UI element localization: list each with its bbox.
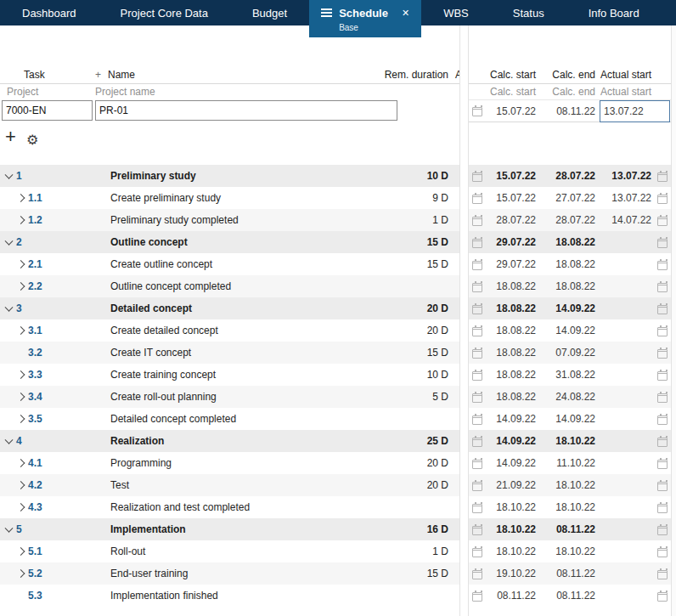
close-icon[interactable]: ✕ [402,8,409,19]
calendar-icon[interactable] [657,415,668,425]
project-calc-end[interactable]: 08.11.22 [540,105,600,117]
task-row[interactable]: 2.1Create outline concept15 D29.07.2218.… [0,253,676,275]
col-header-actual-start[interactable]: Actual start [600,69,657,81]
calendar-icon[interactable] [657,393,668,403]
project-calc-start[interactable]: 15.07.22 [484,105,540,117]
calendar-icon[interactable] [657,217,668,226]
add-column-icon[interactable]: + [95,69,101,81]
task-row[interactable]: 1.2Preliminary study completed1 D28.07.2… [0,209,676,231]
pane-splitter[interactable] [459,25,469,616]
chevron-right-icon[interactable] [17,260,25,268]
calendar-icon[interactable] [472,592,482,602]
calendar-icon[interactable] [472,349,482,359]
chevron-right-icon[interactable] [17,547,25,556]
vertical-scrollbar[interactable] [671,25,676,616]
calendar-icon[interactable] [472,327,482,336]
calendar-icon[interactable] [472,393,482,403]
chevron-right-icon[interactable] [17,481,25,489]
tab-dashboard[interactable]: Dashboard [0,0,99,25]
calendar-icon[interactable] [657,438,668,447]
col-header-calc-start[interactable]: Calc. start [484,69,540,81]
task-row[interactable]: 1Preliminary study10 D15.07.2228.07.2213… [0,165,676,187]
calendar-icon[interactable] [472,482,482,491]
tab-info-board[interactable]: Info Board [566,0,662,25]
calendar-icon[interactable] [657,592,668,602]
calendar-icon[interactable] [657,548,668,557]
calendar-icon[interactable] [472,570,482,579]
task-row[interactable]: 3.4Create roll-out planning5 D18.08.2224… [0,386,676,408]
calendar-icon[interactable] [657,283,668,292]
task-row[interactable]: 3Detailed concept20 D18.08.2214.09.22 [0,297,676,319]
chevron-right-icon[interactable] [17,282,25,291]
calendar-icon[interactable] [657,482,668,491]
col-header-task[interactable]: Task [24,69,45,81]
chevron-right-icon[interactable] [17,216,25,224]
calendar-icon[interactable] [657,349,668,359]
calendar-icon[interactable] [472,261,482,270]
calendar-icon[interactable] [472,415,482,425]
tab-project-core-data[interactable]: Project Core Data [99,0,230,25]
calendar-icon[interactable] [472,107,482,116]
chevron-right-icon[interactable] [17,370,25,379]
calendar-icon[interactable] [472,172,482,182]
tab-schedule[interactable]: Schedule✕Base [309,0,421,37]
calendar-icon[interactable] [657,504,668,513]
chevron-right-icon[interactable] [17,569,25,578]
col-header-rem-duration[interactable]: Rem. duration [385,69,448,81]
task-row[interactable]: 4.1Programming20 D14.09.2211.10.22 [0,452,676,474]
task-row[interactable]: 5Implementation16 D18.10.2208.11.22 [0,518,676,540]
tab-status[interactable]: Status [491,0,566,25]
calendar-icon[interactable] [657,526,668,535]
col-header-calc-end[interactable]: Calc. end [540,69,600,81]
calendar-icon[interactable] [472,526,482,535]
task-row[interactable]: 3.2Create IT concept15 D18.08.2207.09.22 [0,342,676,364]
chevron-right-icon[interactable] [17,194,25,202]
project-name-input[interactable] [95,100,397,121]
settings-gear-button[interactable]: ⚙ [26,132,38,148]
calendar-icon[interactable] [657,239,668,248]
calendar-icon[interactable] [472,548,482,557]
task-row[interactable]: 4Realization25 D14.09.2218.10.22 [0,430,676,452]
calendar-icon[interactable] [657,261,668,270]
calendar-icon[interactable] [472,239,482,248]
chevron-right-icon[interactable] [17,459,25,467]
project-actual-start-input[interactable]: 13.07.22 [600,100,670,122]
tab-wbs[interactable]: WBS [421,0,491,25]
task-row[interactable]: 3.3Create training concept10 D18.08.2231… [0,364,676,386]
calendar-icon[interactable] [657,305,668,314]
task-row[interactable]: 5.2End-user training15 D19.10.2208.11.22 [0,562,676,585]
chevron-right-icon[interactable] [17,326,25,335]
calendar-icon[interactable] [472,438,482,447]
chevron-down-icon[interactable] [5,303,14,312]
calendar-icon[interactable] [657,195,668,204]
calendar-icon[interactable] [472,460,482,469]
calendar-icon[interactable] [472,371,482,381]
chevron-right-icon[interactable] [17,393,25,401]
chevron-down-icon[interactable] [5,171,14,179]
task-row[interactable]: 2.2Outline concept completed18.08.2218.0… [0,275,676,297]
calendar-icon[interactable] [472,504,482,513]
task-row[interactable]: 5.1Roll-out1 D18.10.2218.10.22 [0,540,676,562]
project-id-input[interactable] [2,100,93,121]
chevron-down-icon[interactable] [5,524,14,533]
chevron-down-icon[interactable] [5,237,14,246]
col-header-name[interactable]: Name [108,69,135,81]
task-row[interactable]: 2Outline concept15 D29.07.2218.08.22 [0,231,676,253]
task-row[interactable]: 5.3Implementation finished08.11.2208.11.… [0,585,676,607]
calendar-icon[interactable] [657,570,668,579]
calendar-icon[interactable] [472,305,482,314]
calendar-icon[interactable] [657,371,668,381]
calendar-icon[interactable] [657,327,668,336]
task-row[interactable]: 3.5Detailed concept completed14.09.2214.… [0,408,676,430]
tab-budget[interactable]: Budget [230,0,309,25]
task-row[interactable]: 1.1Create preliminary study9 D15.07.2227… [0,187,676,209]
task-row[interactable]: 4.2Test20 D21.09.2218.10.22 [0,474,676,496]
calendar-icon[interactable] [472,195,482,204]
calendar-icon[interactable] [657,172,668,182]
add-task-button[interactable]: + [5,127,16,146]
chevron-down-icon[interactable] [5,436,14,444]
task-row[interactable]: 4.3Realization and test completed18.10.2… [0,496,676,518]
task-row[interactable]: 3.1Create detailed concept20 D18.08.2214… [0,319,676,342]
calendar-icon[interactable] [472,217,482,226]
chevron-right-icon[interactable] [17,415,25,423]
